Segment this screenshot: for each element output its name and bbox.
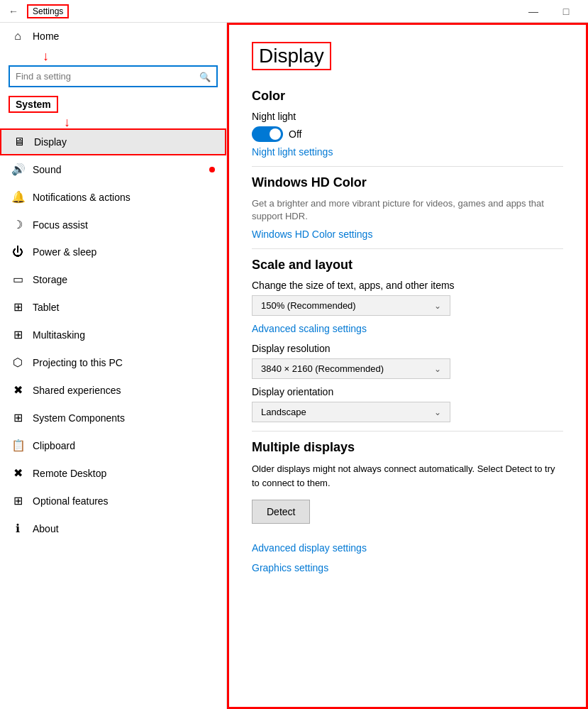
resolution-value: 3840 × 2160 (Recommended) — [261, 363, 384, 374]
sidebar-item-clipboard[interactable]: 📋 Clipboard — [0, 432, 226, 459]
minimize-button[interactable]: — — [517, 0, 550, 23]
home-label: Home — [33, 31, 59, 42]
hd-color-heading: Windows HD Color — [252, 175, 563, 190]
detect-button[interactable]: Detect — [252, 500, 310, 524]
sidebar-item-display[interactable]: 🖥 Display — [0, 128, 226, 155]
orientation-chevron-icon: ⌄ — [434, 407, 441, 417]
sidebar-item-sound[interactable]: 🔊 Sound — [0, 155, 226, 183]
orientation-dropdown[interactable]: Landscape ⌄ — [252, 402, 450, 422]
hd-color-settings-link[interactable]: Windows HD Color settings — [252, 229, 563, 240]
sidebar-item-home[interactable]: ⌂ Home — [0, 23, 226, 50]
orientation-value: Landscape — [261, 407, 306, 417]
optional-icon: ⊞ — [11, 494, 24, 507]
sidebar-item-remote[interactable]: ✖ Remote Desktop — [0, 459, 226, 487]
night-light-toggle[interactable] — [252, 126, 283, 142]
sidebar-item-shared[interactable]: ✖ Shared experiences — [0, 376, 226, 404]
projecting-icon: ⬡ — [11, 356, 24, 369]
app-title: Settings — [27, 4, 69, 18]
size-chevron-icon: ⌄ — [434, 301, 441, 311]
resolution-dropdown[interactable]: 3840 × 2160 (Recommended) ⌄ — [252, 358, 450, 379]
titlebar: ← Settings — □ — [0, 0, 588, 23]
night-light-settings-link[interactable]: Night light settings — [252, 146, 563, 158]
graphics-settings-link[interactable]: Graphics settings — [252, 562, 563, 573]
size-dropdown[interactable]: 150% (Recommended) ⌄ — [252, 295, 450, 316]
remote-icon: ✖ — [11, 466, 24, 480]
arrow-search: ↓ — [0, 50, 226, 62]
storage-icon: ▭ — [11, 273, 24, 286]
about-icon: ℹ — [11, 522, 24, 535]
night-light-label: Night light — [252, 111, 563, 122]
search-icon: 🔍 — [199, 71, 211, 82]
sidebar-item-system-components[interactable]: ⊞ System Components — [0, 404, 226, 432]
system-section: System — [0, 92, 226, 114]
hd-color-description: Get a brighter and more vibrant picture … — [252, 197, 563, 223]
clipboard-icon: 📋 — [11, 439, 24, 452]
page-title-wrapper: Display — [252, 42, 331, 70]
search-input[interactable] — [10, 67, 216, 86]
toggle-knob — [270, 128, 281, 140]
titlebar-left: ← Settings — [6, 3, 69, 20]
search-box-wrapper: 🔍 — [9, 65, 218, 87]
sidebar-item-projecting[interactable]: ⬡ Projecting to this PC — [0, 348, 226, 376]
back-button[interactable]: ← — [6, 3, 21, 20]
divider-3 — [252, 431, 563, 432]
home-icon: ⌂ — [11, 30, 24, 43]
advanced-links: Advanced display settings Graphics setti… — [252, 542, 563, 573]
size-label: Change the size of text, apps, and other… — [252, 280, 563, 291]
orientation-label: Display orientation — [252, 386, 563, 397]
maximize-button[interactable]: □ — [550, 0, 582, 23]
system-components-label: System Components — [33, 412, 125, 424]
advanced-scaling-link[interactable]: Advanced scaling settings — [252, 323, 563, 334]
size-value: 150% (Recommended) — [261, 300, 356, 311]
sidebar-item-optional[interactable]: ⊞ Optional features — [0, 487, 226, 515]
night-light-row: Off — [252, 126, 563, 142]
sidebar: ⌂ Home ↓ 🔍 System ↓ 🖥 Display 🔊 Sound — [0, 23, 227, 709]
multitasking-label: Multitasking — [33, 329, 85, 341]
notifications-icon: 🔔 — [11, 190, 24, 204]
sidebar-item-power[interactable]: ⏻ Power & sleep — [0, 238, 226, 265]
system-components-icon: ⊞ — [11, 411, 24, 424]
display-icon: 🖥 — [13, 136, 26, 148]
sound-icon: 🔊 — [11, 163, 24, 176]
window-controls: — □ — [517, 0, 582, 23]
notifications-label: Notifications & actions — [33, 192, 131, 203]
focus-icon: ☽ — [11, 218, 24, 231]
divider-1 — [252, 166, 563, 167]
shared-icon: ✖ — [11, 383, 24, 397]
page-title: Display — [259, 45, 324, 67]
optional-label: Optional features — [33, 495, 109, 507]
power-label: Power & sleep — [33, 246, 96, 258]
toggle-state: Off — [289, 128, 301, 140]
main-container: ⌂ Home ↓ 🔍 System ↓ 🖥 Display 🔊 Sound — [0, 23, 588, 709]
resolution-label: Display resolution — [252, 343, 563, 354]
color-heading: Color — [252, 89, 563, 104]
tablet-label: Tablet — [33, 302, 59, 313]
divider-2 — [252, 248, 563, 249]
system-label: System — [9, 96, 58, 113]
scale-layout-heading: Scale and layout — [252, 258, 563, 273]
shared-label: Shared experiences — [33, 385, 121, 396]
sidebar-item-tablet[interactable]: ⊞ Tablet — [0, 293, 226, 321]
remote-label: Remote Desktop — [33, 468, 106, 479]
sound-notification-dot — [209, 167, 215, 172]
right-panel: Display Color Night light Off Night ligh… — [227, 23, 588, 709]
sidebar-item-focus[interactable]: ☽ Focus assist — [0, 211, 226, 238]
power-icon: ⏻ — [11, 246, 24, 258]
multitasking-icon: ⊞ — [11, 328, 24, 341]
sidebar-item-multitasking[interactable]: ⊞ Multitasking — [0, 321, 226, 348]
about-label: About — [33, 523, 59, 534]
tablet-icon: ⊞ — [11, 300, 24, 314]
sidebar-item-about[interactable]: ℹ About — [0, 515, 226, 542]
multiple-displays-description: Older displays might not always connect … — [252, 462, 563, 490]
sound-label: Sound — [33, 164, 61, 175]
multiple-displays-heading: Multiple displays — [252, 440, 563, 455]
advanced-display-settings-link[interactable]: Advanced display settings — [252, 542, 563, 554]
focus-label: Focus assist — [33, 219, 88, 231]
sidebar-item-storage[interactable]: ▭ Storage — [0, 265, 226, 293]
clipboard-label: Clipboard — [33, 440, 75, 451]
storage-label: Storage — [33, 274, 67, 285]
projecting-label: Projecting to this PC — [33, 357, 123, 368]
sidebar-item-notifications[interactable]: 🔔 Notifications & actions — [0, 183, 226, 211]
resolution-chevron-icon: ⌄ — [434, 364, 441, 374]
display-label: Display — [34, 136, 67, 148]
